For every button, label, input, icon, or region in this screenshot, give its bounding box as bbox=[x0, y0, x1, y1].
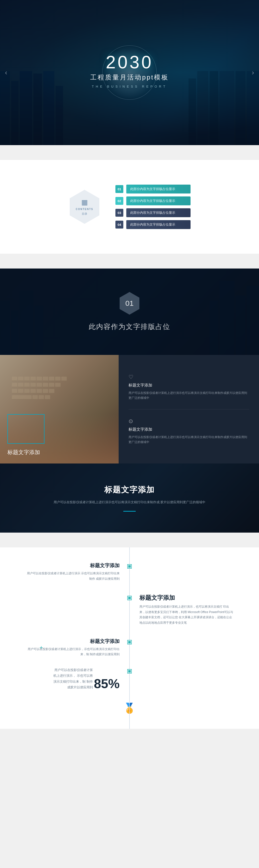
slide-contents: ▦ CONTENTS 目录 01 此部分内容为文字排版占位显示 02 此部分内容… bbox=[0, 160, 259, 254]
contents-icon: ▦ bbox=[81, 198, 88, 206]
timeline-title-3: 标题文字添加 bbox=[25, 638, 120, 645]
wide-accent-line bbox=[123, 511, 136, 512]
section-number: 01 bbox=[125, 299, 134, 308]
content-bar-1: 此部分内容为文字排版占位显示 bbox=[126, 185, 191, 193]
hero-subtitle: THE BUSINESS REPORT bbox=[90, 85, 169, 88]
section-01-text: 此内容作为文字排版占位 bbox=[89, 322, 170, 332]
blue-rect-decoration bbox=[7, 414, 45, 444]
timeline-item-3-wrapper: + 标题文字添加 用户可以在投影仪或者计算机上进行演示，示也可以将演示文稿打印出… bbox=[25, 638, 234, 657]
nav-left-button[interactable]: ‹ bbox=[5, 69, 7, 76]
contents-list: 01 此部分内容为文字排版占位显示 02 此部分内容为文字排版占位显示 03 此… bbox=[115, 185, 191, 229]
right-icon-1: ♡ bbox=[128, 374, 249, 380]
gap-1 bbox=[0, 145, 259, 160]
content-num-1: 01 bbox=[115, 185, 123, 193]
content-item-2: 02 此部分内容为文字排版占位显示 bbox=[115, 196, 191, 205]
hex-inner: ▦ CONTENTS 目录 bbox=[76, 198, 93, 216]
contents-label-en: CONTENTS bbox=[76, 208, 93, 211]
timeline-content-4: 用户可以在投影仪或者计算机上进行演示， 示也可以将演示文稿打印出来，制 制作成胶… bbox=[53, 667, 120, 690]
timeline-text-1: 用户可以在投影仪或者计算机上进行演示 示也可以将演示文稿打印出来制作 成胶片以便… bbox=[25, 571, 120, 582]
timeline-dot-1 bbox=[128, 565, 131, 568]
slide-timeline: 标题文字添加 用户可以在投影仪或者计算机上进行演示 示也可以将演示文稿打印出来制… bbox=[0, 548, 259, 729]
timeline-title-1: 标题文字添加 bbox=[25, 562, 120, 569]
gap-3 bbox=[0, 533, 259, 548]
split-left-title: 标题文字添加 bbox=[7, 449, 40, 456]
content-num-2: 02 bbox=[115, 197, 123, 205]
right-item-2: ⊙ 标题文字添加 用户可以在投影仪或者计算机上进行演示也可以将演示文稿打印出来制… bbox=[128, 418, 249, 445]
timeline-content-3: 标题文字添加 用户可以在投影仪或者计算机上进行演示，示也可以将演示文稿打印出来，… bbox=[25, 638, 120, 657]
wide-title: 标题文字添加 bbox=[104, 485, 155, 495]
content-item-4: 04 此部分内容为文字排版占位显示 bbox=[115, 220, 191, 229]
divider bbox=[128, 409, 249, 409]
timeline-title-2: 标题文字添加 bbox=[139, 594, 234, 602]
content-num-3: 03 bbox=[115, 209, 123, 217]
timeline-text-3: 用户可以在投影仪或者计算机上进行演示，示也可以将演示文稿打印出来，制 制作成胶片… bbox=[25, 647, 120, 657]
hero-year: 2030 bbox=[90, 53, 169, 71]
slide-split: 标题文字添加 ♡ 标题文字添加 用户可以在投影仪或者计算机上进行演示也可以将演示… bbox=[0, 355, 259, 464]
content-item-1: 01 此部分内容为文字排版占位显示 bbox=[115, 185, 191, 193]
content-bar-2: 此部分内容为文字排版占位显示 bbox=[126, 196, 191, 205]
content-bar-4: 此部分内容为文字排版占位显示 bbox=[126, 220, 191, 229]
wide-text: 用户可以在投影仪或者计算机上进行演示也可以将演示文稿打印出来制作成 胶片以便应用… bbox=[54, 499, 206, 505]
timeline-content-2: 标题文字添加 用户可以在投影仪或者计算机上进行演示，也可以将演示文稿打 印出来，… bbox=[139, 594, 234, 625]
timeline-text-2: 用户可以在投影仪或者计算机上进行演示，也可以将演示文稿打 印出来，以便有更多宝贝… bbox=[139, 604, 234, 625]
timeline-item-2: 标题文字添加 用户可以在投影仪或者计算机上进行演示，也可以将演示文稿打 印出来，… bbox=[25, 594, 234, 625]
timeline-dot-4 bbox=[128, 670, 131, 673]
content-item-3: 03 此部分内容为文字排版占位显示 bbox=[115, 208, 191, 217]
timeline-dot-2 bbox=[128, 596, 131, 600]
content-num-4: 04 bbox=[115, 221, 123, 228]
contents-hexagon: ▦ CONTENTS 目录 bbox=[68, 188, 100, 225]
hero-main-title: 工程质量月活动ppt模板 bbox=[90, 73, 169, 82]
right-text-2: 用户可以在投影仪或者计算机上进行演示也可以将演示文稿打印出来制作成胶片以便应用到… bbox=[128, 435, 249, 445]
right-title-1: 标题文字添加 bbox=[128, 383, 249, 388]
timeline-item-1: 标题文字添加 用户可以在投影仪或者计算机上进行演示 示也可以将演示文稿打印出来制… bbox=[25, 562, 234, 582]
keyboard-art bbox=[0, 355, 119, 464]
slide-section-01: 01 此内容作为文字排版占位 bbox=[0, 269, 259, 355]
right-icon-2: ⊙ bbox=[128, 418, 249, 425]
slide-hero: 2030 工程质量月活动ppt模板 THE BUSINESS REPORT ‹ … bbox=[0, 0, 259, 145]
split-left-panel: 标题文字添加 bbox=[0, 355, 119, 464]
percent-value: 85% bbox=[94, 677, 120, 690]
gap-2 bbox=[0, 254, 259, 269]
percent-block: 用户可以在投影仪或者计算机上进行演示， 示也可以将演示文稿打印出来，制 制作成胶… bbox=[53, 667, 120, 690]
percent-text: 用户可以在投影仪或者计算机上进行演示， 示也可以将演示文稿打印出来，制 制作成胶… bbox=[53, 667, 93, 690]
right-item-1: ♡ 标题文字添加 用户可以在投影仪或者计算机上进行演示也可以将演示文稿打印出来制… bbox=[128, 374, 249, 401]
timeline-item-4: 用户可以在投影仪或者计算机上进行演示， 示也可以将演示文稿打印出来，制 制作成胶… bbox=[25, 667, 234, 690]
right-title-2: 标题文字添加 bbox=[128, 427, 249, 432]
wide-bg-gradient bbox=[0, 464, 259, 533]
right-text-1: 用户可以在投影仪或者计算机上进行演示也可以将演示文稿打印出来制作成胶片以便应用到… bbox=[128, 391, 249, 401]
slide-wide-section: 标题文字添加 用户可以在投影仪或者计算机上进行演示也可以将演示文稿打印出来制作成… bbox=[0, 464, 259, 533]
timeline-dot-3 bbox=[128, 641, 131, 644]
content-bar-3: 此部分内容为文字排版占位显示 bbox=[126, 208, 191, 217]
nav-right-button[interactable]: › bbox=[252, 69, 254, 76]
contents-label-cn: 目录 bbox=[82, 212, 87, 216]
timeline-item-3: 标题文字添加 用户可以在投影仪或者计算机上进行演示，示也可以将演示文稿打印出来，… bbox=[25, 638, 234, 657]
split-right-panel: ♡ 标题文字添加 用户可以在投影仪或者计算机上进行演示也可以将演示文稿打印出来制… bbox=[119, 355, 259, 464]
timeline-content-1: 标题文字添加 用户可以在投影仪或者计算机上进行演示 示也可以将演示文稿打印出来制… bbox=[25, 562, 120, 582]
hero-content: 2030 工程质量月活动ppt模板 THE BUSINESS REPORT bbox=[90, 53, 169, 88]
